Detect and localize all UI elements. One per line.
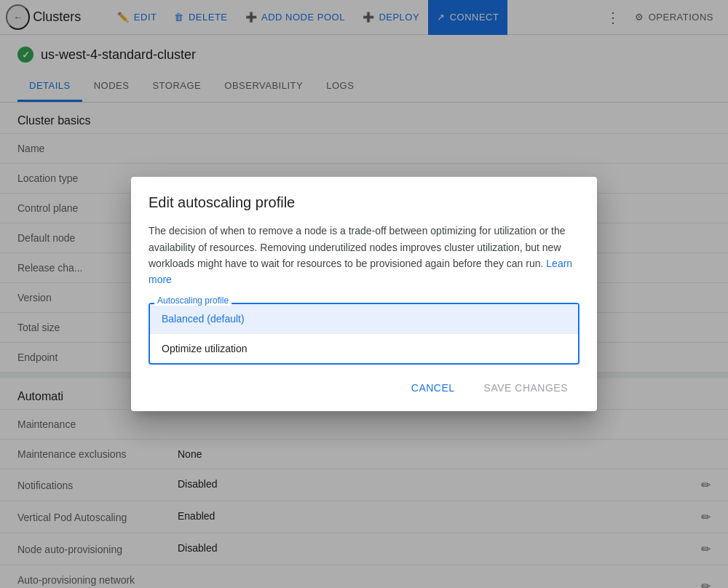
dropdown-label: Autoscaling profile: [154, 295, 232, 306]
modal-overlay: Edit autoscaling profile The decision of…: [0, 0, 728, 588]
dialog-actions: CANCEL SAVE CHANGES: [149, 370, 579, 405]
edit-autoscaling-dialog: Edit autoscaling profile The decision of…: [131, 177, 597, 411]
dialog-title: Edit autoscaling profile: [149, 194, 579, 211]
dropdown-box[interactable]: Balanced (default) Optimize utilization: [149, 303, 579, 365]
dialog-body: The decision of when to remove a node is…: [149, 223, 579, 288]
save-changes-button[interactable]: SAVE CHANGES: [472, 376, 579, 400]
cancel-button[interactable]: CANCEL: [400, 376, 467, 400]
dialog-body-text: The decision of when to remove a node is…: [149, 225, 566, 269]
autoscaling-profile-dropdown[interactable]: Autoscaling profile Balanced (default) O…: [149, 303, 579, 365]
dropdown-option-optimize[interactable]: Optimize utilization: [150, 334, 578, 363]
dropdown-option-balanced[interactable]: Balanced (default): [150, 304, 578, 333]
